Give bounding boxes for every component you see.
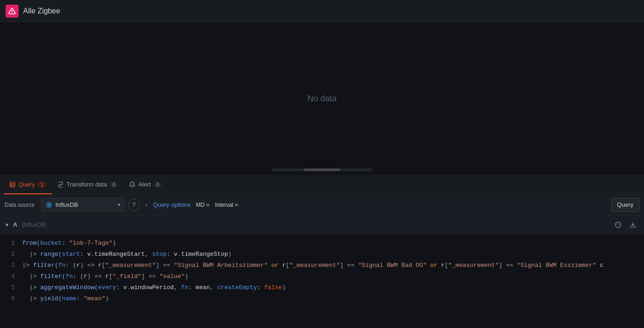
datasource-info-button[interactable]: ? (128, 199, 140, 211)
scrollbar-thumb[interactable] (303, 168, 341, 171)
code-line-1: 1 from(bucket: "iob-7-Tage") (0, 238, 644, 249)
code-line-6: 6 |> yield(name: "mean") (0, 293, 644, 304)
query-header-actions (613, 219, 638, 230)
tab-alert-label: Alert (138, 181, 151, 188)
query-button[interactable]: Query (611, 198, 639, 212)
query-editor-header: ▾ A (InfluxDB) (0, 216, 644, 234)
tab-transform-badge: 0 (110, 181, 118, 188)
query-info-button[interactable] (613, 219, 624, 230)
code-line-2: 2 |> range(start: v.timeRangeStart, stop… (0, 249, 644, 260)
datasource-select[interactable]: InfluxDB ▾ (41, 198, 124, 212)
query-options-link[interactable]: Query options (153, 201, 191, 208)
line-number-5: 5 (4, 282, 15, 293)
svg-point-8 (48, 204, 50, 206)
page-header: Alle Zigbee (0, 0, 644, 22)
page-title: Alle Zigbee (23, 7, 60, 15)
query-letter: A (13, 221, 17, 228)
tab-alert-badge: 0 (154, 181, 162, 188)
tab-alert[interactable]: Alert 0 (124, 175, 167, 194)
tab-query-badge: 1 (37, 181, 46, 188)
query-options-bar: Data source InfluxDB ▾ ? › Query options… (0, 194, 644, 216)
code-line-5: 5 |> aggregateWindow(every: v.windowPeri… (0, 282, 644, 293)
no-data-label: No data (307, 94, 336, 104)
datasource-value: InfluxDB (56, 201, 115, 208)
code-line-4: 4 |> filter(fn: (r) => r["_field"] == "v… (0, 271, 644, 282)
tab-transform-label: Transform data (67, 181, 107, 188)
alert-tab-icon (129, 181, 136, 188)
code-line-3: 3 |> filter(fn: (r) => r["_measurement"]… (0, 260, 644, 271)
line-number-1: 1 (4, 238, 15, 249)
influxdb-icon (45, 201, 53, 209)
line-number-3: 3 (4, 260, 15, 271)
chart-panel: No data (0, 22, 644, 175)
tab-transform[interactable]: Transform data 0 (52, 175, 124, 194)
tab-query-label: Query (19, 181, 35, 188)
tabs-bar: Query 1 Transform data 0 Alert 0 (0, 175, 644, 194)
scrollbar-track[interactable] (271, 168, 373, 171)
expand-icon[interactable]: › (146, 202, 148, 208)
md-label: MD = (196, 202, 210, 208)
code-editor[interactable]: 1 from(bucket: "iob-7-Tage") 2 |> range(… (0, 234, 644, 308)
alert-icon (6, 5, 19, 18)
collapse-button[interactable]: ▾ (6, 222, 8, 228)
svg-rect-2 (10, 182, 15, 187)
transform-tab-icon (57, 181, 64, 188)
chevron-down-icon: ▾ (118, 202, 120, 207)
line-number-6: 6 (4, 293, 15, 304)
line-number-4: 4 (4, 271, 15, 282)
interval-label: Interval = (215, 202, 238, 208)
query-tab-icon (9, 181, 16, 188)
line-number-2: 2 (4, 249, 15, 260)
query-editor-section: ▾ A (InfluxDB) 1 from(b (0, 216, 644, 308)
tab-query[interactable]: Query 1 (4, 175, 52, 194)
datasource-label: Data source (5, 202, 35, 208)
query-download-button[interactable] (627, 219, 638, 230)
query-db-label: (InfluxDB) (22, 222, 46, 228)
